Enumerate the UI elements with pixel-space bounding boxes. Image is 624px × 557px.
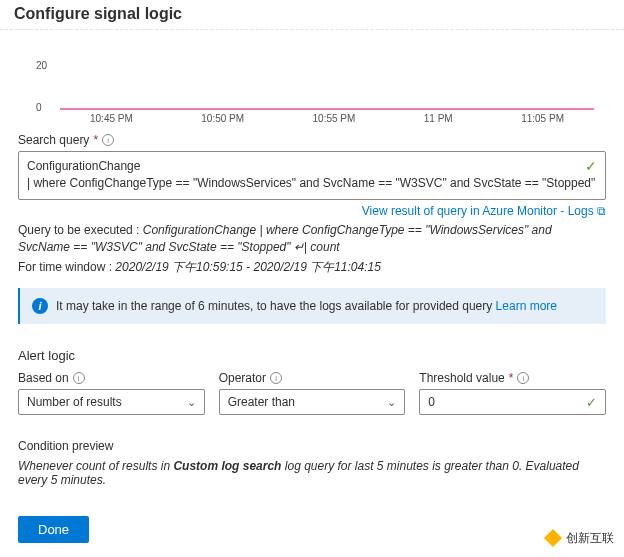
page-title: Configure signal logic bbox=[14, 5, 182, 22]
info-icon[interactable]: i bbox=[270, 372, 282, 384]
required-marker: * bbox=[93, 133, 98, 147]
info-banner: i It may take in the range of 6 minutes,… bbox=[18, 288, 606, 324]
alert-logic-header: Alert logic bbox=[0, 334, 624, 363]
x-tick: 10:55 PM bbox=[313, 113, 356, 124]
check-icon: ✓ bbox=[586, 395, 597, 410]
chart-line bbox=[60, 108, 594, 110]
x-tick: 10:50 PM bbox=[201, 113, 244, 124]
view-result-link[interactable]: View result of query in Azure Monitor - … bbox=[362, 204, 606, 218]
search-query-input[interactable]: ConfigurationChange | where ConfigChange… bbox=[18, 151, 606, 200]
threshold-input[interactable]: 0 ✓ bbox=[419, 389, 606, 415]
condition-preview-text: Whenever count of results in Custom log … bbox=[0, 453, 624, 487]
watermark: 创新互联 bbox=[540, 527, 618, 549]
query-line: | where ConfigChangeType == "WindowsServ… bbox=[27, 175, 597, 192]
time-window-text: For time window : 2020/2/19 下午10:59:15 -… bbox=[0, 255, 624, 276]
x-tick: 10:45 PM bbox=[90, 113, 133, 124]
page-header: Configure signal logic bbox=[0, 0, 624, 30]
chevron-down-icon: ⌄ bbox=[387, 396, 396, 409]
watermark-logo-icon bbox=[544, 529, 562, 547]
done-button[interactable]: Done bbox=[18, 516, 89, 543]
operator-field: Operator i Greater than ⌄ bbox=[219, 371, 406, 415]
result-chart: 20 0 10:45 PM 10:50 PM 10:55 PM 11 PM 11… bbox=[0, 30, 624, 125]
x-axis: 10:45 PM 10:50 PM 10:55 PM 11 PM 11:05 P… bbox=[60, 113, 594, 124]
based-on-select[interactable]: Number of results ⌄ bbox=[18, 389, 205, 415]
watermark-text: 创新互联 bbox=[566, 530, 614, 547]
query-line: ConfigurationChange bbox=[27, 158, 597, 175]
info-icon[interactable]: i bbox=[102, 134, 114, 146]
info-icon: i bbox=[32, 298, 48, 314]
banner-text: It may take in the range of 6 minutes, t… bbox=[56, 299, 557, 313]
search-query-label: Search query * i bbox=[18, 133, 606, 147]
info-icon[interactable]: i bbox=[517, 372, 529, 384]
check-icon: ✓ bbox=[585, 156, 597, 176]
info-icon[interactable]: i bbox=[73, 372, 85, 384]
search-query-section: Search query * i ConfigurationChange | w… bbox=[0, 125, 624, 200]
x-tick: 11:05 PM bbox=[521, 113, 564, 124]
y-tick: 0 bbox=[36, 102, 42, 113]
x-tick: 11 PM bbox=[424, 113, 453, 124]
executed-query-text: Query to be executed : ConfigurationChan… bbox=[0, 218, 624, 256]
threshold-field: Threshold value * i 0 ✓ bbox=[419, 371, 606, 415]
y-tick: 20 bbox=[36, 60, 47, 71]
alert-logic-form: Based on i Number of results ⌄ Operator … bbox=[0, 363, 624, 415]
view-result-row: View result of query in Azure Monitor - … bbox=[0, 200, 624, 218]
required-marker: * bbox=[509, 371, 514, 385]
operator-select[interactable]: Greater than ⌄ bbox=[219, 389, 406, 415]
based-on-field: Based on i Number of results ⌄ bbox=[18, 371, 205, 415]
chevron-down-icon: ⌄ bbox=[187, 396, 196, 409]
condition-preview-header: Condition preview bbox=[0, 415, 624, 453]
learn-more-link[interactable]: Learn more bbox=[496, 299, 557, 313]
external-link-icon: ⧉ bbox=[597, 204, 606, 218]
